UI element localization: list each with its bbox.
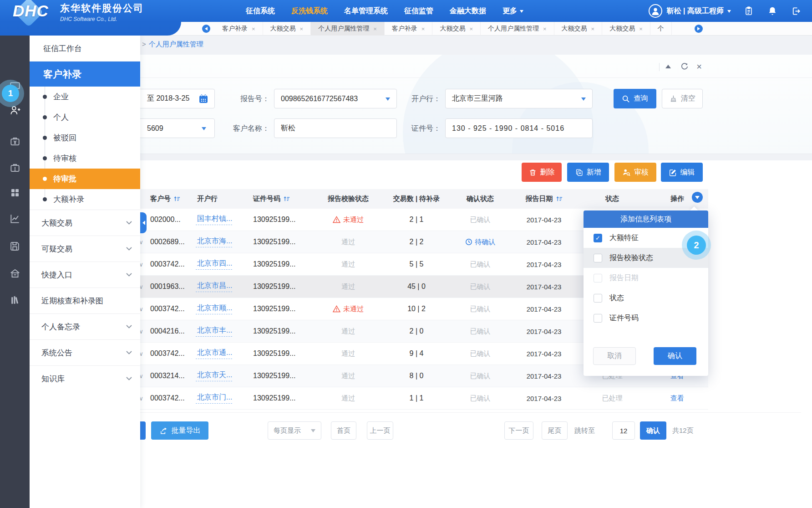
column-header[interactable]: 确认状态 (467, 195, 494, 203)
tab-scroll-right-button[interactable] (695, 25, 703, 33)
rail-grid-icon[interactable] (0, 183, 30, 203)
sidebar-collapse-handle[interactable] (140, 212, 147, 233)
logout-button[interactable] (790, 5, 802, 17)
sidebar-section[interactable]: 可疑交易 (30, 236, 140, 262)
checkbox[interactable] (594, 254, 602, 262)
top-nav-item[interactable]: 名单管理系统 (344, 6, 388, 16)
tab[interactable]: 大额交易 × (432, 22, 481, 36)
column-header[interactable]: 操作 (670, 195, 684, 203)
tab[interactable]: 客户补录 × (385, 22, 433, 36)
clear-button[interactable]: 清空 (662, 89, 703, 108)
rail-books-icon[interactable] (0, 290, 30, 310)
column-settings-button[interactable] (692, 192, 703, 203)
menu-confirm-button[interactable]: 确认 (654, 347, 696, 365)
tab-close-icon[interactable]: × (591, 26, 595, 32)
calendar-icon[interactable] (198, 93, 209, 104)
tab-close-icon[interactable]: × (639, 26, 643, 32)
checkbox[interactable]: ✓ (594, 234, 602, 242)
bank-select[interactable]: 北京市三里河路 (445, 89, 593, 108)
checkbox[interactable] (594, 314, 602, 323)
prev-page-button[interactable]: 上一页 (367, 421, 393, 440)
avatar[interactable] (649, 4, 662, 18)
customer-name-input[interactable] (274, 118, 397, 138)
sidebar-subitem[interactable]: 企业 (30, 87, 140, 107)
sidebar-section[interactable]: 快捷入口 (30, 262, 140, 287)
tab[interactable]: 个人用户属性管理 × (481, 22, 554, 36)
column-header[interactable]: 报告校验状态 (328, 195, 369, 203)
tab-scroll-left-button[interactable] (202, 25, 210, 33)
sort-icon[interactable] (556, 195, 563, 202)
cell-bank-link[interactable]: 北京市天... (196, 370, 232, 381)
jump-confirm-button[interactable]: 确认 (640, 421, 666, 440)
sidebar-subitem[interactable]: 被驳回 (30, 128, 140, 148)
sidebar-item-workbench[interactable]: 征信工作台 (30, 36, 140, 62)
cert-no-input[interactable] (445, 118, 593, 138)
rail-person-add-icon[interactable] (0, 100, 30, 120)
cell-bank-link[interactable]: 国丰村镇... (196, 214, 232, 225)
sidebar-subitem[interactable]: 大额补录 (30, 189, 140, 210)
table-row[interactable]: ∨ 0003742... 北京市门... 130925199... 通过 1 |… (137, 387, 708, 410)
cell-bank-link[interactable]: 北京市海... (196, 236, 232, 247)
column-header[interactable]: 证件号码 (250, 195, 290, 203)
clipboard-button[interactable] (743, 5, 755, 17)
tab-close-icon[interactable]: × (252, 26, 255, 32)
tab-close-icon[interactable]: × (469, 26, 473, 32)
rail-money-case-icon[interactable] (0, 131, 30, 151)
review-button[interactable]: 审核 (614, 163, 656, 182)
sidebar-section[interactable]: 个人备忘录 (30, 313, 140, 339)
rail-chart-icon[interactable] (0, 209, 30, 229)
cell-bank-link[interactable]: 北京市通... (196, 348, 232, 359)
delete-button[interactable]: 删除 (522, 163, 562, 182)
tab[interactable]: 大额交易 × (554, 22, 603, 36)
checkbox[interactable] (594, 274, 602, 282)
next-page-button[interactable]: 下一页 (504, 421, 533, 440)
top-nav-item[interactable]: 征信监管 (404, 6, 433, 16)
tab[interactable]: 客户补录 × (215, 22, 263, 36)
menu-checkbox-item[interactable]: 报告日期 (584, 268, 708, 288)
tab-close-icon[interactable]: × (421, 26, 425, 32)
checkbox[interactable] (594, 294, 602, 303)
page-size-select[interactable]: 每页显示 (268, 421, 321, 440)
column-header[interactable]: 开户行 (196, 195, 218, 203)
user-menu[interactable]: 靳松 | 高级工程师 (667, 6, 731, 16)
column-header[interactable]: 交易数 | 待补录 (393, 195, 440, 203)
sidebar-section[interactable]: 系统公告 (30, 339, 140, 365)
column-header[interactable]: 报告日期 (526, 195, 563, 203)
cell-bank-link[interactable]: 北京市昌... (196, 281, 232, 292)
last-page-button[interactable]: 尾页 (542, 421, 568, 440)
edit-button[interactable]: 编辑 (661, 163, 703, 182)
first-page-button[interactable]: 首页 (331, 421, 356, 440)
rail-save-icon[interactable] (0, 236, 30, 256)
top-nav-item[interactable]: 更多 (502, 6, 523, 16)
cell-bank-link[interactable]: 北京市四... (196, 259, 232, 270)
collapse-panel-button[interactable] (663, 61, 674, 72)
sidebar-section[interactable]: 近期核查和补录图 (30, 287, 140, 313)
menu-cancel-button[interactable]: 取消 (593, 347, 636, 365)
tab-close-icon[interactable]: × (543, 26, 547, 32)
refresh-button[interactable] (679, 61, 690, 72)
notifications-button[interactable] (766, 5, 778, 17)
sidebar-section[interactable]: 大额交易 (30, 210, 140, 236)
add-button[interactable]: 新增 (567, 163, 609, 182)
top-nav-item[interactable]: 金融大数据 (450, 6, 486, 16)
close-panel-button[interactable]: × (694, 61, 705, 72)
cell-bank-link[interactable]: 北京市丰... (196, 326, 232, 337)
top-nav-item[interactable]: 反洗钱系统 (291, 6, 328, 16)
sidebar-group-customer-supplement[interactable]: 客户补录 (30, 62, 140, 87)
sidebar-subitem[interactable]: 待审核 (30, 148, 140, 169)
top-nav-item[interactable]: 征信系统 (246, 6, 275, 16)
tab-close-icon[interactable]: × (300, 26, 304, 32)
rail-archive-icon[interactable] (0, 263, 30, 283)
menu-checkbox-item[interactable]: 状态 (584, 288, 708, 308)
query-button[interactable]: 查询 (614, 89, 656, 108)
tab[interactable]: 个人用户属性管理 × (311, 22, 385, 36)
cell-view-link[interactable]: 查看 (670, 394, 684, 403)
rail-alert-case-icon[interactable] (0, 158, 30, 178)
report-no-select[interactable]: 0098652616772567483 (274, 89, 397, 108)
column-header[interactable]: 状态 (605, 195, 619, 203)
tab[interactable]: 个 (650, 22, 672, 36)
tab[interactable]: 大额交易 × (602, 22, 650, 36)
jump-page-input[interactable] (612, 421, 635, 440)
sidebar-subitem[interactable]: 待审批 (30, 169, 140, 189)
menu-checkbox-item[interactable]: 证件号码 (584, 308, 708, 328)
